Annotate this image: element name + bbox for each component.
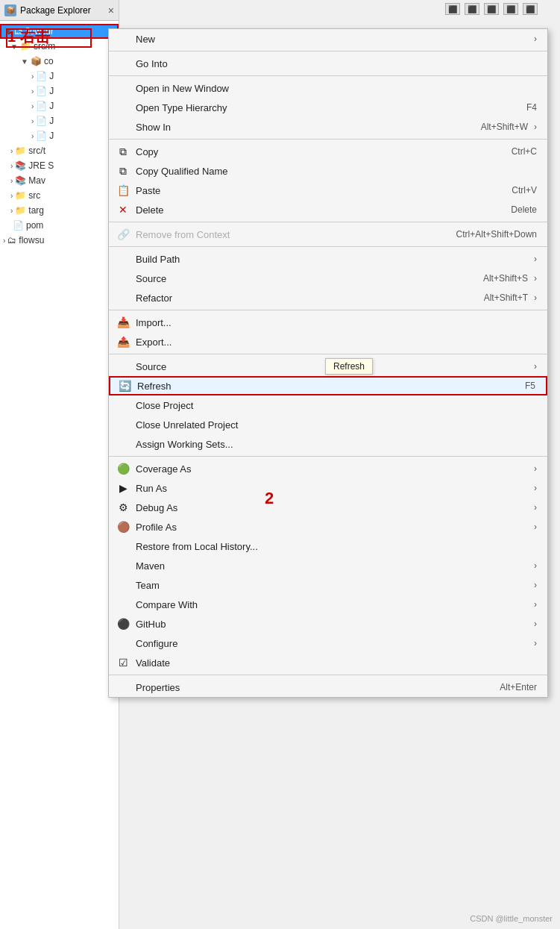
annotation-1: 1 右击 — [7, 27, 50, 47]
menu-item-import[interactable]: 📥 Import... — [109, 313, 547, 332]
separator-1 — [109, 51, 547, 51]
menu-item-run-as[interactable]: ▶ Run As › — [109, 478, 547, 498]
separator-7 — [109, 354, 547, 354]
menu-item-remove-context[interactable]: 🔗 Remove from Context Ctrl+Alt+Shift+Dow… — [109, 225, 547, 244]
validate-icon: ☑ — [116, 656, 130, 669]
profile-icon: 🟤 — [116, 520, 130, 534]
toolbar-icon-4[interactable]: ⬛ — [503, 3, 518, 15]
tree-item-co[interactable]: ▼ 📦 co — [0, 54, 119, 69]
menu-item-maven[interactable]: Maven › — [109, 556, 547, 575]
separator-5 — [109, 246, 547, 247]
tree-item-j3[interactable]: › 📄 J — [0, 98, 119, 113]
pe-title: Package Explorer — [20, 5, 91, 16]
menu-item-delete[interactable]: ✕ Delete Delete — [109, 200, 547, 219]
package-explorer-titlebar: 📦 Package Explorer × — [0, 0, 119, 21]
menu-item-source[interactable]: Source Alt+Shift+S › — [109, 269, 547, 288]
separator-2 — [109, 75, 547, 76]
menu-item-source2[interactable]: Source Refresh › — [109, 357, 547, 376]
tree-item-flowsu2[interactable]: › 🗂 flowsu — [0, 233, 119, 248]
menu-item-open-type-hierarchy[interactable]: Open Type Hierarchy F4 — [109, 98, 547, 117]
tree-item-pom[interactable]: 📄 pom — [0, 218, 119, 233]
separator-6 — [109, 310, 547, 310]
pe-tree: ▼ 🗂 flowsur ▼ 📁 src/m ▼ 📦 co › 📄 J › 📄 J… — [0, 21, 119, 251]
menu-item-profile-as[interactable]: 🟤 Profile As › — [109, 517, 547, 537]
paste-icon: 📋 — [116, 184, 130, 197]
source-tooltip: Refresh — [325, 358, 373, 375]
menu-item-copy[interactable]: ⧉ Copy Ctrl+C — [109, 142, 547, 161]
menu-item-show-in[interactable]: Show In Alt+Shift+W › — [109, 117, 547, 137]
menu-item-coverage-as[interactable]: 🟢 Coverage As › — [109, 459, 547, 478]
menu-item-github[interactable]: ⚫ GitHub › — [109, 614, 547, 634]
menu-item-debug-as[interactable]: ⚙ Debug As › — [109, 498, 547, 517]
menu-item-close-project[interactable]: Close Project — [109, 395, 547, 415]
toolbar: ⬛ ⬛ ⬛ ⬛ ⬛ — [445, 3, 538, 15]
copy-icon: ⧉ — [116, 145, 130, 158]
pe-icon: 📦 — [4, 4, 16, 16]
separator-9 — [109, 675, 547, 675]
pe-close-button[interactable]: × — [108, 4, 114, 16]
menu-item-compare-with[interactable]: Compare With › — [109, 595, 547, 614]
menu-item-new[interactable]: New › — [109, 29, 547, 49]
github-icon: ⚫ — [116, 617, 130, 631]
separator-3 — [109, 139, 547, 140]
tree-item-j1[interactable]: › 📄 J — [0, 69, 119, 84]
coverage-icon: 🟢 — [116, 462, 130, 475]
tree-item-srct[interactable]: › 📁 src/t — [0, 143, 119, 158]
delete-icon: ✕ — [116, 203, 130, 216]
refresh-icon: 🔄 — [118, 379, 131, 392]
menu-item-refresh[interactable]: 🔄 Refresh F5 — [109, 376, 547, 395]
annotation-2: 2 — [265, 489, 274, 508]
menu-item-validate[interactable]: ☑ Validate — [109, 653, 547, 672]
menu-item-paste[interactable]: 📋 Paste Ctrl+V — [109, 181, 547, 200]
toolbar-icon-5[interactable]: ⬛ — [523, 3, 538, 15]
export-icon: 📤 — [116, 335, 130, 348]
menu-item-refactor[interactable]: Refactor Alt+Shift+T › — [109, 288, 547, 307]
menu-item-configure[interactable]: Configure › — [109, 634, 547, 653]
toolbar-icon-3[interactable]: ⬛ — [484, 3, 499, 15]
remove-context-icon: 🔗 — [116, 228, 130, 241]
debug-icon: ⚙ — [116, 501, 130, 514]
package-explorer: 📦 Package Explorer × ▼ 🗂 flowsur ▼ 📁 src… — [0, 0, 119, 929]
context-menu: New › Go Into Open in New Window Open Ty… — [108, 28, 548, 698]
menu-item-restore-history[interactable]: Restore from Local History... — [109, 537, 547, 556]
menu-item-build-path[interactable]: Build Path › — [109, 249, 547, 269]
toolbar-icon-1[interactable]: ⬛ — [445, 3, 460, 15]
menu-item-assign-working-sets[interactable]: Assign Working Sets... — [109, 434, 547, 454]
tree-item-mav[interactable]: › 📚 Mav — [0, 173, 119, 188]
import-icon: 📥 — [116, 316, 130, 329]
menu-item-open-new-window[interactable]: Open in New Window — [109, 78, 547, 98]
menu-item-copy-qualified[interactable]: ⧉ Copy Qualified Name — [109, 161, 547, 181]
toolbar-icon-2[interactable]: ⬛ — [465, 3, 479, 15]
tree-item-j4[interactable]: › 📄 J — [0, 113, 119, 128]
menu-item-export[interactable]: 📤 Export... — [109, 332, 547, 351]
menu-item-properties[interactable]: Properties Alt+Enter — [109, 678, 547, 697]
tree-item-src[interactable]: › 📁 src — [0, 188, 119, 203]
menu-item-team[interactable]: Team › — [109, 575, 547, 595]
separator-4 — [109, 222, 547, 222]
tree-item-targ[interactable]: › 📁 targ — [0, 203, 119, 218]
copy-qualified-icon: ⧉ — [116, 164, 130, 178]
menu-item-go-into[interactable]: Go Into — [109, 54, 547, 73]
watermark: CSDN @little_monster — [470, 914, 553, 923]
menu-item-close-unrelated[interactable]: Close Unrelated Project — [109, 415, 547, 434]
tree-item-j2[interactable]: › 📄 J — [0, 84, 119, 98]
run-icon: ▶ — [116, 481, 130, 495]
tree-item-j5[interactable]: › 📄 J — [0, 128, 119, 143]
tree-item-jre[interactable]: › 📚 JRE S — [0, 158, 119, 173]
separator-8 — [109, 456, 547, 457]
